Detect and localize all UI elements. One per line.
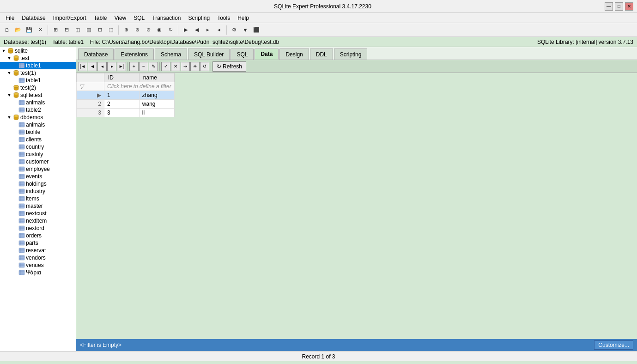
tree-item-venues[interactable]: venues	[0, 261, 76, 269]
tree-item-reservat[interactable]: reservat	[0, 247, 76, 254]
tree-item-nextitem[interactable]: nextitem	[0, 217, 76, 224]
nav-last[interactable]: ►|	[117, 62, 126, 71]
tree-item-dbdemos[interactable]: ▼dbdemos	[0, 114, 76, 121]
toolbar-btn8[interactable]: ▤	[84, 25, 94, 35]
svg-point-9	[14, 71, 18, 73]
close-button[interactable]: ✕	[625, 2, 633, 11]
tree-item-test1[interactable]: ▼test(1)	[0, 69, 76, 77]
toolbar-btn12[interactable]: ⊗	[132, 25, 142, 35]
tree-item-nextord[interactable]: nextord	[0, 224, 76, 232]
menu-sql[interactable]: SQL	[130, 14, 148, 22]
nav-refresh-small[interactable]: ↺	[200, 62, 209, 71]
table-row[interactable]: 33li	[77, 109, 175, 117]
toolbar-btn21[interactable]: ▼	[240, 25, 250, 35]
nav-prev-page[interactable]: ◄	[88, 62, 97, 71]
menu-database[interactable]: Database	[18, 14, 49, 22]
window-controls[interactable]: — □ ✕	[605, 2, 633, 11]
tree-item-clients[interactable]: clients	[0, 136, 76, 143]
toolbar-btn22[interactable]: ⬛	[251, 25, 261, 35]
tree-item-table1-test1[interactable]: table1	[0, 77, 76, 84]
toolbar-btn11[interactable]: ⊕	[121, 25, 131, 35]
tab-extensions[interactable]: Extensions	[115, 49, 154, 60]
tree-item-sqlitetest[interactable]: ▼sqlitetest	[0, 91, 76, 99]
tree-item-orders[interactable]: orders	[0, 232, 76, 239]
menu-import/export[interactable]: Import/Export	[49, 14, 90, 22]
toolbar-open[interactable]: 📂	[13, 25, 23, 35]
menu-transaction[interactable]: Transaction	[148, 14, 184, 22]
nav-asterisk[interactable]: ✳	[190, 62, 200, 71]
minimize-button[interactable]: —	[605, 2, 613, 11]
nav-confirm[interactable]: ✓	[161, 62, 170, 71]
menu-table[interactable]: Table	[90, 14, 111, 22]
data-area[interactable]: ID name ▽ Click here to define a filter …	[76, 73, 637, 339]
tab-ddl[interactable]: DDL	[310, 49, 333, 60]
toolbar-new[interactable]: 🗋	[2, 25, 12, 35]
toolbar-close[interactable]: ✕	[35, 25, 45, 35]
nav-post[interactable]: ⇥	[181, 62, 190, 71]
tab-database[interactable]: Database	[78, 49, 114, 60]
toolbar-btn6[interactable]: ⊟	[61, 25, 72, 35]
toolbar-btn10[interactable]: ⬚	[106, 25, 116, 35]
toolbar-btn18[interactable]: ▸	[203, 25, 213, 35]
tree-item-customer[interactable]: customer	[0, 158, 76, 165]
toolbar-btn16[interactable]: ▶	[181, 25, 191, 35]
refresh-button[interactable]: ↻ Refresh	[212, 61, 246, 72]
tree-item-psaria[interactable]: Ψάρια	[0, 269, 76, 276]
nav-add[interactable]: +	[129, 62, 139, 71]
nav-edit[interactable]: ✎	[149, 62, 158, 71]
menu-tools[interactable]: Tools	[213, 14, 234, 22]
sidebar[interactable]: ▼sqlite▼testtable1▼test(1)table1test(2)▼…	[0, 47, 76, 351]
nav-first[interactable]: |◄	[78, 62, 87, 71]
tab-data[interactable]: Data	[255, 49, 279, 60]
customize-button[interactable]: Customize...	[594, 340, 633, 350]
nav-prev[interactable]: ◂	[97, 62, 107, 71]
table-row[interactable]: 22wang	[77, 100, 175, 109]
toolbar-btn9[interactable]: ⊡	[95, 25, 105, 35]
toolbar-btn15[interactable]: ↻	[165, 25, 176, 35]
tree-item-events[interactable]: events	[0, 173, 76, 180]
tree-item-test[interactable]: ▼test	[0, 55, 76, 62]
tree-item-nextcust[interactable]: nextcust	[0, 210, 76, 217]
tree-item-employee[interactable]: employee	[0, 165, 76, 173]
maximize-button[interactable]: □	[615, 2, 623, 11]
tree-item-master[interactable]: master	[0, 202, 76, 210]
tree-item-table1-test[interactable]: table1	[0, 62, 76, 69]
tree-item-vendors[interactable]: vendors	[0, 254, 76, 261]
tab-sql[interactable]: SQL	[231, 49, 254, 60]
toolbar-btn7[interactable]: ◫	[73, 25, 83, 35]
nav-next[interactable]: ▸	[107, 62, 116, 71]
filter-text[interactable]: Click here to define a filter	[104, 82, 175, 91]
tab-schema[interactable]: Schema	[155, 49, 187, 60]
filter-row[interactable]: ▽ Click here to define a filter	[77, 82, 175, 91]
tab-scripting[interactable]: Scripting	[334, 49, 368, 60]
tree-item-animals-sqlite[interactable]: animals	[0, 99, 76, 106]
toolbar-btn19[interactable]: ◂	[214, 25, 224, 35]
tree-item-test2[interactable]: test(2)	[0, 84, 76, 91]
nav-delete[interactable]: −	[139, 62, 148, 71]
tree-item-industry[interactable]: industry	[0, 188, 76, 195]
tab-design[interactable]: Design	[279, 49, 309, 60]
toolbar-btn17[interactable]: ◀	[192, 25, 202, 35]
menu-help[interactable]: Help	[234, 14, 253, 22]
tree-item-parts[interactable]: parts	[0, 239, 76, 247]
tree-item-table2[interactable]: table2	[0, 106, 76, 114]
tree-item-items[interactable]: items	[0, 195, 76, 202]
table-row[interactable]: ▶1zhang	[77, 91, 175, 100]
table-icon	[18, 99, 25, 106]
tab-sql-builder[interactable]: SQL Builder	[188, 49, 230, 60]
tree-item-biolife[interactable]: biolife	[0, 128, 76, 136]
toolbar-btn20[interactable]: ⚙	[229, 25, 239, 35]
menu-view[interactable]: View	[110, 14, 130, 22]
tree-item-custoly[interactable]: custoly	[0, 151, 76, 158]
toolbar-btn5[interactable]: ⊞	[50, 25, 61, 35]
tree-item-sqlite[interactable]: ▼sqlite	[0, 47, 76, 55]
tree-item-animals-db[interactable]: animals	[0, 121, 76, 128]
menu-file[interactable]: File	[2, 14, 18, 22]
toolbar-save[interactable]: 💾	[24, 25, 34, 35]
nav-cancel[interactable]: ✕	[171, 62, 180, 71]
tree-item-holdings[interactable]: holdings	[0, 180, 76, 188]
menu-scripting[interactable]: Scripting	[185, 14, 214, 22]
tree-item-country[interactable]: country	[0, 143, 76, 151]
toolbar-btn13[interactable]: ⊘	[143, 25, 153, 35]
toolbar-btn14[interactable]: ◉	[154, 25, 164, 35]
